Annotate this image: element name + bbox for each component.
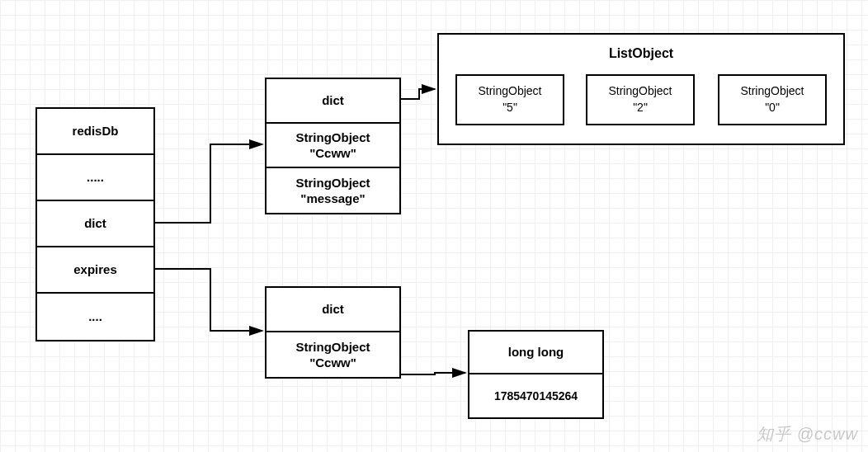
redisdb-row: dict xyxy=(37,201,153,247)
listobject-item-value: "2" xyxy=(633,100,648,116)
dict2-box: dict StringObject "Ccww" xyxy=(265,286,401,379)
dict1-value: "message" xyxy=(300,191,365,207)
dict1-label: StringObject xyxy=(295,129,370,146)
listobject-item: StringObject "2" xyxy=(586,74,695,125)
dict1-row: StringObject "message" xyxy=(267,168,399,213)
redisdb-row: ..... xyxy=(37,155,153,201)
listobject-box: ListObject StringObject "5" StringObject… xyxy=(437,33,845,145)
dict1-value: "Ccww" xyxy=(309,145,356,162)
listobject-title: ListObject xyxy=(439,46,843,61)
dict1-label: StringObject xyxy=(295,175,370,191)
listobject-item-value: "0" xyxy=(765,100,780,116)
redisdb-row: redisDb xyxy=(37,109,153,155)
dict2-label: dict xyxy=(322,301,344,318)
listobject-item: StringObject "0" xyxy=(718,74,827,125)
listobject-item-label: StringObject xyxy=(478,83,541,100)
dict2-value: "Ccww" xyxy=(309,355,356,371)
listobject-item-value: "5" xyxy=(502,100,517,116)
listobject-item: StringObject "5" xyxy=(455,74,564,125)
dict2-row: dict xyxy=(267,288,399,332)
dict1-row: dict xyxy=(267,79,399,124)
longlong-label: long long xyxy=(469,332,602,374)
longlong-value: 1785470145264 xyxy=(469,374,602,417)
dict2-label: StringObject xyxy=(295,339,370,355)
redisdb-box: redisDb ..... dict expires .... xyxy=(35,107,155,341)
dict1-label: dict xyxy=(322,92,344,109)
redisdb-row: expires xyxy=(37,247,153,294)
redisdb-row: .... xyxy=(37,294,153,340)
listobject-item-label: StringObject xyxy=(740,83,804,100)
longlong-box: long long 1785470145264 xyxy=(468,330,604,419)
dict1-row: StringObject "Ccww" xyxy=(267,124,399,168)
watermark: 知乎 @ccww xyxy=(757,423,858,445)
dict1-box: dict StringObject "Ccww" StringObject "m… xyxy=(265,78,401,214)
listobject-item-label: StringObject xyxy=(608,83,672,100)
dict2-row: StringObject "Ccww" xyxy=(267,332,399,377)
